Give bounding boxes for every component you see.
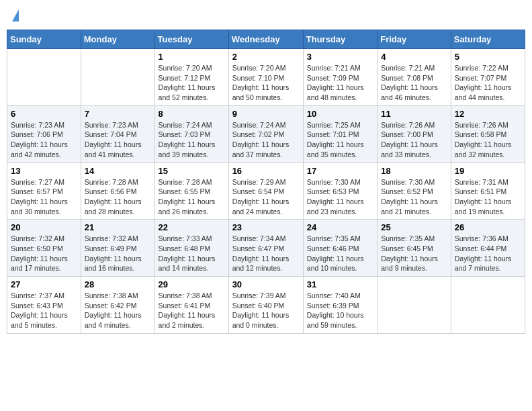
day-info: Sunrise: 7:28 AMSunset: 6:55 PMDaylight:… [159, 177, 225, 217]
day-info: Sunrise: 7:39 AMSunset: 6:40 PMDaylight:… [232, 291, 300, 330]
day-info: Sunrise: 7:30 AMSunset: 6:53 PMDaylight:… [307, 177, 373, 217]
day-info: Sunrise: 7:25 AMSunset: 7:01 PMDaylight:… [307, 120, 373, 160]
calendar-cell: 21Sunrise: 7:32 AMSunset: 6:49 PMDayligh… [81, 220, 154, 277]
day-number: 31 [307, 279, 373, 289]
day-info: Sunrise: 7:21 AMSunset: 7:08 PMDaylight:… [381, 63, 447, 103]
day-number: 16 [232, 166, 300, 176]
day-number: 13 [11, 166, 77, 176]
day-number: 28 [85, 279, 151, 289]
day-info: Sunrise: 7:35 AMSunset: 6:45 PMDaylight:… [381, 234, 447, 273]
calendar-cell: 28Sunrise: 7:38 AMSunset: 6:42 PMDayligh… [81, 277, 154, 334]
calendar-week-row-4: 20Sunrise: 7:32 AMSunset: 6:50 PMDayligh… [7, 220, 525, 277]
day-info: Sunrise: 7:29 AMSunset: 6:54 PMDaylight:… [232, 177, 300, 217]
calendar-cell: 13Sunrise: 7:27 AMSunset: 6:57 PMDayligh… [7, 163, 81, 220]
calendar-cell: 5Sunrise: 7:22 AMSunset: 7:07 PMDaylight… [451, 49, 525, 106]
day-info: Sunrise: 7:28 AMSunset: 6:56 PMDaylight:… [85, 177, 151, 217]
calendar-cell [451, 277, 525, 334]
day-number: 21 [85, 222, 151, 232]
day-number: 29 [159, 279, 225, 289]
calendar-cell: 20Sunrise: 7:32 AMSunset: 6:50 PMDayligh… [7, 220, 81, 277]
weekday-header-row: SundayMondayTuesdayWednesdayThursdayFrid… [7, 30, 525, 49]
day-number: 9 [232, 109, 300, 119]
calendar-week-row-2: 6Sunrise: 7:23 AMSunset: 7:06 PMDaylight… [7, 105, 525, 163]
day-info: Sunrise: 7:32 AMSunset: 6:49 PMDaylight:… [85, 234, 151, 273]
day-info: Sunrise: 7:32 AMSunset: 6:50 PMDaylight:… [11, 234, 77, 273]
calendar-week-row-3: 13Sunrise: 7:27 AMSunset: 6:57 PMDayligh… [7, 163, 525, 220]
calendar-cell: 15Sunrise: 7:28 AMSunset: 6:55 PMDayligh… [154, 163, 228, 220]
calendar-cell: 23Sunrise: 7:34 AMSunset: 6:47 PMDayligh… [228, 220, 303, 277]
page-header [7, 7, 525, 24]
weekday-header-friday: Friday [378, 30, 451, 49]
calendar-cell: 17Sunrise: 7:30 AMSunset: 6:53 PMDayligh… [303, 163, 377, 220]
calendar-cell: 11Sunrise: 7:26 AMSunset: 7:00 PMDayligh… [378, 105, 451, 163]
calendar-cell: 16Sunrise: 7:29 AMSunset: 6:54 PMDayligh… [228, 163, 303, 220]
day-number: 11 [381, 109, 447, 119]
weekday-header-wednesday: Wednesday [228, 30, 303, 49]
weekday-header-tuesday: Tuesday [154, 30, 228, 49]
calendar-cell: 4Sunrise: 7:21 AMSunset: 7:08 PMDaylight… [378, 49, 451, 106]
calendar-cell: 18Sunrise: 7:30 AMSunset: 6:52 PMDayligh… [378, 163, 451, 220]
day-number: 1 [159, 52, 225, 62]
day-info: Sunrise: 7:40 AMSunset: 6:39 PMDaylight:… [307, 291, 373, 330]
day-number: 2 [232, 52, 300, 62]
day-number: 3 [307, 52, 373, 62]
calendar-week-row-1: 1Sunrise: 7:20 AMSunset: 7:12 PMDaylight… [7, 49, 525, 106]
day-number: 17 [307, 166, 373, 176]
logo-triangle-icon [12, 9, 19, 21]
calendar-cell [7, 49, 81, 106]
weekday-header-thursday: Thursday [303, 30, 377, 49]
calendar-cell: 26Sunrise: 7:36 AMSunset: 6:44 PMDayligh… [451, 220, 525, 277]
day-info: Sunrise: 7:34 AMSunset: 6:47 PMDaylight:… [232, 234, 300, 273]
day-info: Sunrise: 7:38 AMSunset: 6:41 PMDaylight:… [159, 291, 225, 330]
calendar-cell: 25Sunrise: 7:35 AMSunset: 6:45 PMDayligh… [378, 220, 451, 277]
day-number: 22 [159, 222, 225, 232]
day-info: Sunrise: 7:22 AMSunset: 7:07 PMDaylight:… [455, 63, 521, 103]
calendar-cell: 27Sunrise: 7:37 AMSunset: 6:43 PMDayligh… [7, 277, 81, 334]
day-number: 7 [85, 109, 151, 119]
calendar-cell: 31Sunrise: 7:40 AMSunset: 6:39 PMDayligh… [303, 277, 377, 334]
calendar-cell: 14Sunrise: 7:28 AMSunset: 6:56 PMDayligh… [81, 163, 154, 220]
calendar-cell [81, 49, 154, 106]
day-number: 14 [85, 166, 151, 176]
calendar-cell: 12Sunrise: 7:26 AMSunset: 6:58 PMDayligh… [451, 105, 525, 163]
calendar-cell: 29Sunrise: 7:38 AMSunset: 6:41 PMDayligh… [154, 277, 228, 334]
calendar-cell: 6Sunrise: 7:23 AMSunset: 7:06 PMDaylight… [7, 105, 81, 163]
day-number: 6 [11, 109, 77, 119]
day-number: 19 [455, 166, 521, 176]
day-info: Sunrise: 7:33 AMSunset: 6:48 PMDaylight:… [159, 234, 225, 273]
day-info: Sunrise: 7:20 AMSunset: 7:10 PMDaylight:… [232, 63, 300, 103]
day-number: 25 [381, 222, 447, 232]
day-number: 4 [381, 52, 447, 62]
calendar-cell: 19Sunrise: 7:31 AMSunset: 6:51 PMDayligh… [451, 163, 525, 220]
calendar-cell: 22Sunrise: 7:33 AMSunset: 6:48 PMDayligh… [154, 220, 228, 277]
calendar-cell: 9Sunrise: 7:24 AMSunset: 7:02 PMDaylight… [228, 105, 303, 163]
day-number: 8 [159, 109, 225, 119]
calendar-cell: 10Sunrise: 7:25 AMSunset: 7:01 PMDayligh… [303, 105, 377, 163]
calendar-cell: 24Sunrise: 7:35 AMSunset: 6:46 PMDayligh… [303, 220, 377, 277]
weekday-header-sunday: Sunday [7, 30, 81, 49]
weekday-header-saturday: Saturday [451, 30, 525, 49]
calendar-cell: 3Sunrise: 7:21 AMSunset: 7:09 PMDaylight… [303, 49, 377, 106]
day-number: 20 [11, 222, 77, 232]
day-number: 12 [455, 109, 521, 119]
calendar-cell: 1Sunrise: 7:20 AMSunset: 7:12 PMDaylight… [154, 49, 228, 106]
day-info: Sunrise: 7:26 AMSunset: 6:58 PMDaylight:… [455, 120, 521, 160]
day-info: Sunrise: 7:27 AMSunset: 6:57 PMDaylight:… [11, 177, 77, 217]
calendar-table: SundayMondayTuesdayWednesdayThursdayFrid… [7, 30, 525, 334]
day-number: 27 [11, 279, 77, 289]
day-info: Sunrise: 7:26 AMSunset: 7:00 PMDaylight:… [381, 120, 447, 160]
day-info: Sunrise: 7:20 AMSunset: 7:12 PMDaylight:… [159, 63, 225, 103]
calendar-cell: 2Sunrise: 7:20 AMSunset: 7:10 PMDaylight… [228, 49, 303, 106]
logo [11, 9, 19, 21]
day-info: Sunrise: 7:38 AMSunset: 6:42 PMDaylight:… [85, 291, 151, 330]
day-number: 24 [307, 222, 373, 232]
day-number: 23 [232, 222, 300, 232]
day-info: Sunrise: 7:35 AMSunset: 6:46 PMDaylight:… [307, 234, 373, 273]
day-info: Sunrise: 7:36 AMSunset: 6:44 PMDaylight:… [455, 234, 521, 273]
day-number: 18 [381, 166, 447, 176]
calendar-cell: 8Sunrise: 7:24 AMSunset: 7:03 PMDaylight… [154, 105, 228, 163]
day-number: 15 [159, 166, 225, 176]
calendar-week-row-5: 27Sunrise: 7:37 AMSunset: 6:43 PMDayligh… [7, 277, 525, 334]
day-info: Sunrise: 7:24 AMSunset: 7:02 PMDaylight:… [232, 120, 300, 160]
calendar-cell: 7Sunrise: 7:23 AMSunset: 7:04 PMDaylight… [81, 105, 154, 163]
